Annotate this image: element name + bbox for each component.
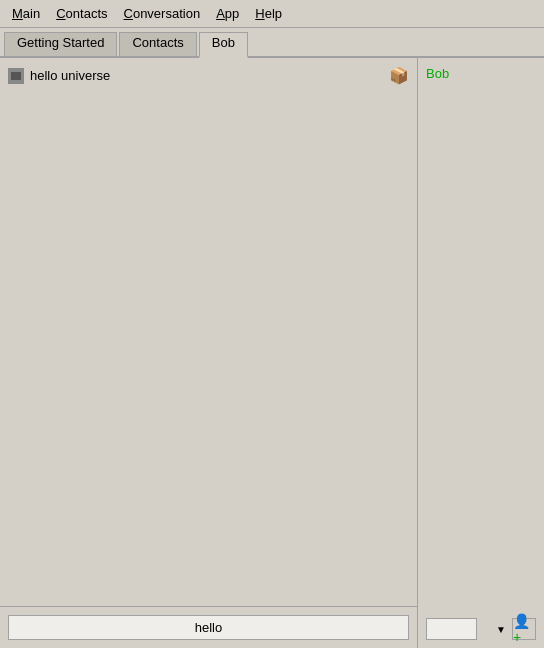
chat-panel: hello universe 📦 <box>0 58 418 648</box>
input-area <box>0 606 417 648</box>
menu-item-main[interactable]: Main <box>4 4 48 23</box>
message-icon-inner <box>11 72 21 80</box>
add-person-icon: 👤+ <box>513 613 535 645</box>
status-dropdown[interactable]: Available Away Busy <box>426 618 477 640</box>
user-panel-bottom: Available Away Busy ▼ 👤+ <box>426 618 536 640</box>
messages-area: hello universe 📦 <box>0 58 417 606</box>
message-status-icon <box>8 68 24 84</box>
menubar: Main Contacts Conversation App Help <box>0 0 544 28</box>
spacer <box>426 89 536 618</box>
menu-item-conversation[interactable]: Conversation <box>116 4 209 23</box>
table-row: hello universe 📦 <box>8 66 409 85</box>
tab-bob[interactable]: Bob <box>199 32 248 58</box>
tab-contacts[interactable]: Contacts <box>119 32 196 56</box>
message-text: hello universe <box>30 68 110 83</box>
export-icon[interactable]: 📦 <box>389 66 409 85</box>
user-panel: Bob Available Away Busy ▼ 👤+ <box>418 58 544 648</box>
message-input[interactable] <box>8 615 409 640</box>
main-content: hello universe 📦 Bob Available Away Busy… <box>0 58 544 648</box>
status-dropdown-wrapper: Available Away Busy ▼ <box>426 618 508 640</box>
chevron-down-icon: ▼ <box>496 624 506 635</box>
add-contact-button[interactable]: 👤+ <box>512 618 536 640</box>
menu-item-app[interactable]: App <box>208 4 247 23</box>
tab-getting-started[interactable]: Getting Started <box>4 32 117 56</box>
menu-item-help[interactable]: Help <box>247 4 290 23</box>
user-name: Bob <box>426 66 536 81</box>
menu-item-contacts[interactable]: Contacts <box>48 4 115 23</box>
tabbar: Getting Started Contacts Bob <box>0 28 544 58</box>
